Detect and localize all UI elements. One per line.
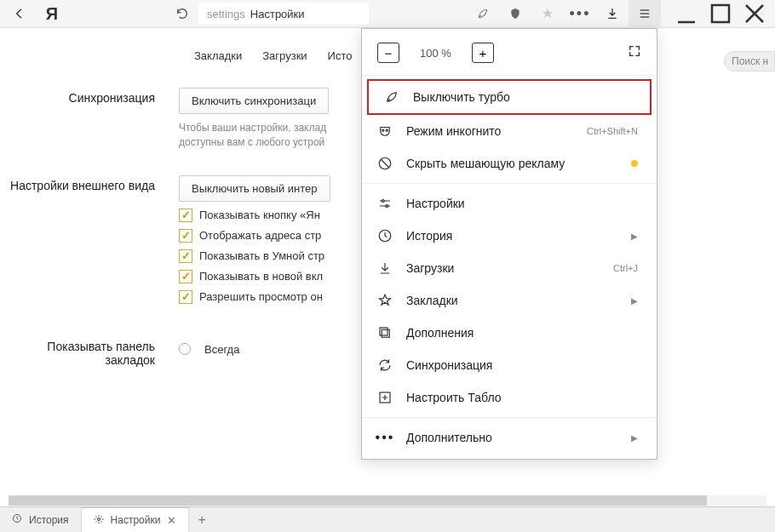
close-tab-icon[interactable]: ✕: [167, 514, 176, 527]
check-icon: [179, 249, 192, 263]
star-icon[interactable]: [531, 0, 564, 28]
check-icon: [179, 270, 192, 283]
check-icon: [179, 229, 192, 243]
radio-icon: [179, 343, 191, 355]
yandex-logo[interactable]: Я: [36, 0, 68, 28]
address-title: Настройки: [250, 8, 305, 20]
close-button[interactable]: [738, 0, 772, 28]
disable-new-ui-button[interactable]: Выключить новый интер: [179, 175, 330, 202]
bookmarkbar-label: Показывать панель закладок: [0, 336, 179, 367]
menu-bookmarks[interactable]: Закладки ▶: [362, 284, 657, 317]
main-menu: − 100 % + Выключить турбо Режим инкогнит…: [361, 28, 657, 460]
zoom-in-button[interactable]: +: [472, 43, 494, 63]
reload-button[interactable]: [166, 0, 198, 28]
svg-rect-8: [380, 328, 388, 335]
menu-settings[interactable]: Настройки: [362, 187, 657, 220]
zoom-controls: − 100 % +: [362, 34, 657, 72]
address-bar[interactable]: settings Настройки: [198, 3, 369, 25]
address-prefix: settings: [207, 8, 245, 20]
window-controls: [669, 0, 772, 28]
shortcut-label: Ctrl+J: [613, 263, 638, 273]
bottom-tab-strip: История Настройки ✕ +: [0, 506, 775, 532]
svg-rect-0: [712, 5, 729, 22]
copy-icon: [377, 325, 393, 340]
minimize-button[interactable]: [669, 0, 703, 28]
menu-tableau[interactable]: Настроить Табло: [362, 381, 657, 414]
menu-downloads[interactable]: Загрузки Ctrl+J: [362, 252, 657, 284]
menu-addons[interactable]: Дополнения: [362, 317, 657, 349]
toolbar: Я settings Настройки •••: [0, 0, 775, 28]
maximize-button[interactable]: [703, 0, 738, 28]
back-button[interactable]: [3, 0, 36, 28]
rocket-icon[interactable]: [467, 0, 499, 28]
menu-more[interactable]: ••• Дополнительно ▶: [362, 421, 657, 454]
chevron-right-icon: ▶: [631, 232, 638, 241]
downloads-icon[interactable]: [596, 0, 629, 28]
shield-icon[interactable]: [499, 0, 531, 28]
menu-turbo[interactable]: Выключить турбо: [369, 81, 650, 113]
menu-incognito[interactable]: Режим инкогнито Ctrl+Shift+N: [362, 115, 657, 147]
zoom-value: 100 %: [420, 47, 451, 60]
svg-point-1: [382, 129, 384, 131]
download-icon: [377, 260, 393, 276]
chevron-right-icon: ▶: [631, 296, 638, 306]
horizontal-scrollbar[interactable]: [9, 495, 766, 506]
svg-point-2: [386, 129, 388, 131]
menu-sync[interactable]: Синхронизация: [362, 349, 657, 381]
tab-history[interactable]: Исто: [328, 49, 353, 62]
clock-icon: [377, 228, 393, 243]
star-icon: [377, 293, 393, 308]
zoom-out-button[interactable]: −: [377, 43, 399, 63]
mask-icon: [377, 123, 393, 139]
plus-box-icon: [377, 390, 393, 405]
tab-downloads[interactable]: Загрузки: [262, 49, 307, 62]
sync-icon: [377, 358, 393, 373]
svg-rect-7: [382, 329, 389, 337]
bottom-tab-settings[interactable]: Настройки ✕: [82, 507, 190, 533]
enable-sync-button[interactable]: Включить синхронизаци: [179, 88, 329, 114]
highlighted-item: Выключить турбо: [367, 79, 652, 115]
block-icon: [377, 156, 393, 171]
fullscreen-icon[interactable]: [628, 44, 641, 61]
menu-hide-ads[interactable]: Скрыть мешающую рекламу: [362, 147, 657, 180]
shortcut-label: Ctrl+Shift+N: [587, 126, 638, 136]
menu-history[interactable]: История ▶: [362, 220, 657, 252]
clock-icon: [12, 513, 22, 526]
sync-label: Синхронизация: [0, 88, 179, 150]
tab-bookmarks[interactable]: Закладки: [194, 49, 242, 62]
sliders-icon: [377, 196, 393, 211]
check-icon: [179, 290, 192, 304]
bottom-tab-history[interactable]: История: [0, 507, 82, 533]
gear-icon: [94, 514, 104, 527]
more-icon[interactable]: •••: [564, 0, 596, 28]
dots-icon: •••: [377, 430, 393, 445]
check-icon: [179, 209, 192, 222]
menu-button[interactable]: [629, 0, 661, 28]
search-input[interactable]: Поиск н: [724, 51, 775, 72]
indicator-dot: [631, 160, 638, 167]
new-tab-button[interactable]: +: [189, 512, 214, 528]
toolbar-right: •••: [467, 0, 661, 28]
chevron-right-icon: ▶: [631, 433, 638, 443]
appearance-label: Настройки внешнего вида: [0, 175, 179, 311]
rocket-icon: [384, 89, 399, 105]
svg-point-11: [97, 518, 100, 520]
